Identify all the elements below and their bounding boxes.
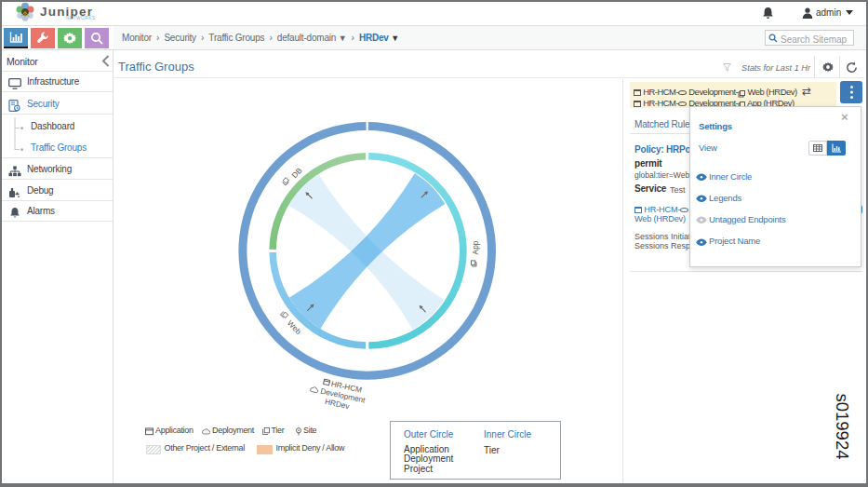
svg-text:DB: DB	[289, 166, 304, 181]
svg-text:App: App	[471, 240, 480, 254]
